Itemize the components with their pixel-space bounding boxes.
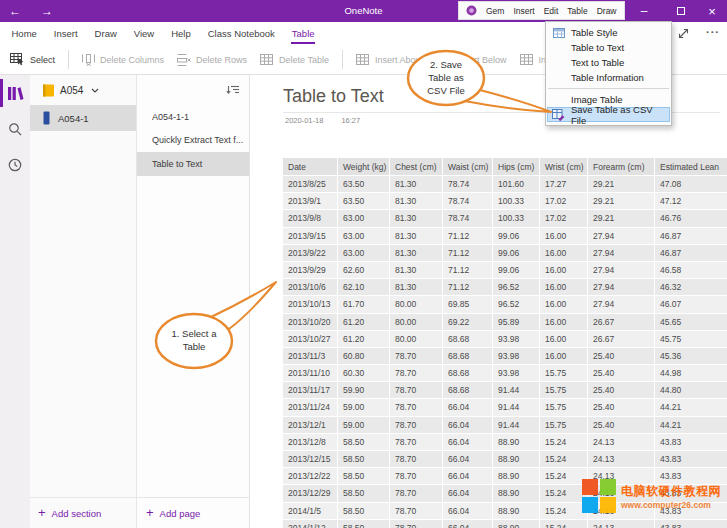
table-cell[interactable]: 2013/9/29: [283, 262, 338, 279]
table-cell[interactable]: 81.30: [390, 193, 443, 210]
table-cell[interactable]: 46.76: [655, 210, 727, 227]
table-cell[interactable]: 29.21: [588, 193, 655, 210]
table-cell[interactable]: 88.90: [493, 485, 540, 502]
table-cell[interactable]: 80.00: [390, 331, 443, 348]
table-cell[interactable]: 25.40: [588, 417, 655, 434]
table-cell[interactable]: 58.50: [338, 468, 390, 485]
table-cell[interactable]: 78.70: [390, 434, 443, 451]
table-cell[interactable]: 69.85: [443, 296, 493, 313]
table-cell[interactable]: 93.98: [493, 331, 540, 348]
table-cell[interactable]: 66.04: [443, 468, 493, 485]
table-cell[interactable]: 59.90: [338, 382, 390, 399]
rail-search-button[interactable]: [0, 111, 30, 147]
add-page-button[interactable]: + Add page: [137, 508, 200, 519]
table-cell[interactable]: 88.90: [493, 468, 540, 485]
table-cell[interactable]: 88.90: [493, 451, 540, 468]
table-cell[interactable]: 78.70: [390, 399, 443, 416]
table-cell[interactable]: 93.98: [493, 365, 540, 382]
table-cell[interactable]: 91.44: [493, 417, 540, 434]
table-cell[interactable]: 43.83: [655, 451, 727, 468]
table-cell[interactable]: 99.06: [493, 245, 540, 262]
minimize-button[interactable]: –: [630, 0, 658, 22]
table-cell[interactable]: 2013/9/15: [283, 228, 338, 245]
table-cell[interactable]: 2013/9/22: [283, 245, 338, 262]
table-cell[interactable]: 95.89: [493, 314, 540, 331]
table-cell[interactable]: 71.12: [443, 245, 493, 262]
table-cell[interactable]: 47.12: [655, 193, 727, 210]
table-cell[interactable]: 29.21: [588, 210, 655, 227]
table-cell[interactable]: 46.87: [655, 245, 727, 262]
table-cell[interactable]: 66.04: [443, 520, 493, 528]
table-cell[interactable]: 45.75: [655, 331, 727, 348]
table-cell[interactable]: 78.74: [443, 176, 493, 193]
menu-item-table-to-text[interactable]: Table to Text: [547, 40, 670, 55]
table-cell[interactable]: 96.52: [493, 296, 540, 313]
maximize-button[interactable]: [667, 0, 695, 22]
table-cell[interactable]: 15.24: [540, 485, 588, 502]
table-cell[interactable]: 44.98: [655, 365, 727, 382]
table-cell[interactable]: 47.08: [655, 176, 727, 193]
table-cell[interactable]: 71.12: [443, 279, 493, 296]
table-cell[interactable]: 96.52: [493, 279, 540, 296]
table-cell[interactable]: 78.70: [390, 520, 443, 528]
table-cell[interactable]: 16.00: [540, 245, 588, 262]
table-cell[interactable]: 15.75: [540, 365, 588, 382]
toolbar-delete-columns-button[interactable]: Delete Columns: [82, 54, 164, 66]
table-cell[interactable]: 63.50: [338, 193, 390, 210]
table-cell[interactable]: 63.00: [338, 210, 390, 227]
table-cell[interactable]: 15.24: [540, 451, 588, 468]
gem-menu-gem[interactable]: Gem: [486, 6, 504, 16]
page-item-quickly-extract-text-f[interactable]: Quickly Extract Text f...: [137, 129, 249, 153]
table-cell[interactable]: 58.50: [338, 451, 390, 468]
table-cell[interactable]: 16.00: [540, 348, 588, 365]
table-cell[interactable]: 68.68: [443, 348, 493, 365]
table-cell[interactable]: 78.70: [390, 365, 443, 382]
table-cell[interactable]: 81.30: [390, 279, 443, 296]
table-cell[interactable]: 100.33: [493, 193, 540, 210]
table-cell[interactable]: 61.20: [338, 314, 390, 331]
table-cell[interactable]: 2013/11/10: [283, 365, 338, 382]
table-cell[interactable]: 46.87: [655, 228, 727, 245]
table-cell[interactable]: 99.06: [493, 262, 540, 279]
table-cell[interactable]: 63.00: [338, 245, 390, 262]
table-cell[interactable]: 58.50: [338, 485, 390, 502]
table-cell[interactable]: 68.68: [443, 331, 493, 348]
table-cell[interactable]: 2013/11/17: [283, 382, 338, 399]
fullscreen-button[interactable]: [677, 26, 693, 42]
table-cell[interactable]: 17.02: [540, 193, 588, 210]
table-cell[interactable]: 88.90: [493, 503, 540, 520]
table-cell[interactable]: 101.60: [493, 176, 540, 193]
table-cell[interactable]: 58.50: [338, 520, 390, 528]
table-cell[interactable]: 63.00: [338, 228, 390, 245]
gem-menu-table[interactable]: Table: [567, 6, 587, 16]
table-cell[interactable]: 24.13: [588, 520, 655, 528]
table-cell[interactable]: 46.07: [655, 296, 727, 313]
table-cell[interactable]: 15.24: [540, 434, 588, 451]
table-cell[interactable]: 2013/11/24: [283, 399, 338, 416]
table-cell[interactable]: 27.94: [588, 279, 655, 296]
toolbar-delete-table-button[interactable]: Delete Table: [260, 54, 329, 66]
table-cell[interactable]: 60.80: [338, 348, 390, 365]
table-cell[interactable]: 62.10: [338, 279, 390, 296]
table-cell[interactable]: 78.70: [390, 503, 443, 520]
table-cell[interactable]: 25.40: [588, 365, 655, 382]
table-cell[interactable]: 78.74: [443, 210, 493, 227]
page-item-table-to-text[interactable]: Table to Text: [137, 152, 249, 176]
table-cell[interactable]: 16.00: [540, 279, 588, 296]
table-cell[interactable]: 2013/8/25: [283, 176, 338, 193]
table-cell[interactable]: 16.00: [540, 331, 588, 348]
table-cell[interactable]: 15.75: [540, 382, 588, 399]
table-cell[interactable]: 15.75: [540, 417, 588, 434]
table-cell[interactable]: 66.04: [443, 399, 493, 416]
page-canvas[interactable]: Table to Text 2020-01-18 16:27 DateWeigh…: [250, 75, 727, 528]
toolbar-delete-rows-button[interactable]: Delete Rows: [177, 54, 247, 66]
table-cell[interactable]: 17.27: [540, 176, 588, 193]
page-item-a054-1-1[interactable]: A054-1-1: [137, 105, 249, 129]
table-cell[interactable]: 66.04: [443, 503, 493, 520]
table-cell[interactable]: 78.74: [443, 193, 493, 210]
table-cell[interactable]: 2013/11/3: [283, 348, 338, 365]
table-cell[interactable]: 15.24: [540, 503, 588, 520]
table-cell[interactable]: 26.67: [588, 314, 655, 331]
table-cell[interactable]: 2013/9/8: [283, 210, 338, 227]
table-cell[interactable]: 91.44: [493, 382, 540, 399]
